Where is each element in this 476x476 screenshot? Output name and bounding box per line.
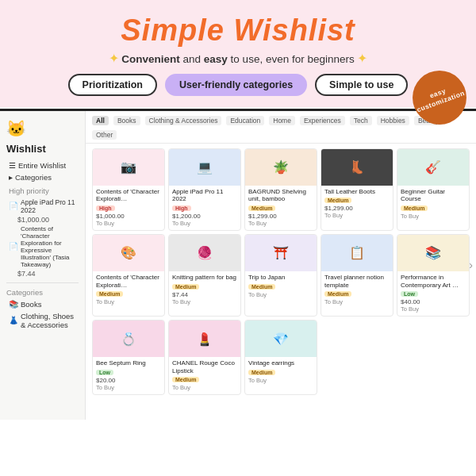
card-name: Knitting pattern for bag: [172, 274, 237, 282]
books-icon: 📚: [9, 300, 18, 309]
card-status: To Buy: [401, 305, 466, 313]
card-item[interactable]: ⛩️ Trip to Japan Medium To Buy: [244, 234, 317, 317]
card-image: 🎨: [93, 235, 164, 271]
card-badge: High: [172, 205, 191, 211]
sidebar-item-categories[interactable]: ▸ Categories: [6, 171, 79, 183]
card-badge: Low: [401, 291, 418, 297]
card-price: $40.00: [401, 298, 466, 305]
card-item[interactable]: 💍 Bee Septum Ring Low $20.00 To Buy: [92, 320, 165, 395]
card-image: 👢: [321, 149, 393, 186]
filter-other[interactable]: Other: [92, 130, 117, 140]
card-item[interactable]: 📋 Travel planner notion template Medium …: [321, 234, 393, 317]
filter-clothing[interactable]: Clothing & Accessories: [145, 116, 222, 125]
sidebar-cat-books[interactable]: 📚 Books: [6, 298, 79, 310]
sidebar-priority-label: High priority: [9, 186, 79, 195]
card-image: ⛩️: [245, 235, 317, 271]
card-body: Contents of 'Character Explorati… High $…: [93, 186, 164, 230]
filter-tech[interactable]: Tech: [350, 116, 372, 125]
card-item[interactable]: 📚 Performance in Contemporary Art … Low …: [397, 234, 470, 317]
card-item[interactable]: 💻 Apple iPad Pro 11 2022 High $1,200.00 …: [168, 148, 241, 231]
card-body: Tall Leather Boots Medium $1,299.00 To B…: [321, 186, 393, 223]
sidebar-ipad-price: $1,000.00: [17, 216, 79, 224]
sidebar: 🐱 Wishlist ☰ Entire Wishlist ▸ Categorie…: [0, 111, 86, 420]
subtitle-easy: easy: [204, 53, 228, 65]
card-body: Travel planner notion template Medium To…: [321, 271, 393, 309]
filter-hobbies[interactable]: Hobbies: [377, 116, 409, 125]
clothing-icon: 👗: [9, 316, 18, 324]
card-badge: Medium: [172, 284, 199, 290]
card-image: 💄: [169, 321, 240, 357]
pill-prioritization: Prioritization: [68, 74, 157, 96]
sidebar-item-ipad[interactable]: 📄 Apple iPad Pro 11 2022: [6, 197, 79, 216]
main-content: All Books Clothing & Accessories Educati…: [86, 111, 476, 420]
card-item[interactable]: 💎 Vintage earrings Medium To Buy: [244, 320, 317, 395]
subtitle-convenient: Convenient: [121, 53, 180, 65]
card-item[interactable]: 🎸 Beginner Guitar Course Medium To Buy: [397, 148, 470, 231]
filter-education[interactable]: Education: [226, 116, 264, 125]
stamp-text: easycustomization: [413, 81, 466, 115]
card-image: 📷: [93, 149, 164, 186]
filter-all[interactable]: All: [92, 116, 109, 125]
filter-home[interactable]: Home: [269, 116, 295, 125]
pill-categories: User-friendly categories: [165, 74, 307, 96]
filter-bar: All Books Clothing & Accessories Educati…: [86, 111, 476, 144]
sidebar-cat-clothing[interactable]: 👗 Clothing, Shoes & Accessories: [6, 310, 79, 331]
card-name: Performance in Contemporary Art …: [401, 274, 466, 289]
sidebar-illustration-price: $7.44: [17, 270, 79, 278]
sidebar-divider: [6, 282, 79, 283]
filter-books[interactable]: Books: [113, 116, 140, 125]
card-badge: Medium: [324, 198, 351, 203]
card-image: 🧶: [169, 235, 240, 271]
banner-subtitle: ✦ Convenient and easy to use, even for b…: [16, 51, 460, 66]
card-status: To Buy: [248, 220, 313, 227]
card-image: 📋: [321, 235, 393, 271]
card-image: 📚: [397, 235, 469, 271]
card-status: To Buy: [172, 384, 237, 391]
sidebar-item-entire[interactable]: ☰ Entire Wishlist: [6, 159, 79, 171]
pill-simple: Simple to use: [315, 74, 408, 96]
sidebar-item-illustration[interactable]: 📄 Contents of 'Character Exploration for…: [6, 224, 79, 270]
card-item[interactable]: 🎨 Contents of 'Character Explorati… Medi…: [92, 234, 165, 317]
card-badge: Medium: [248, 205, 275, 211]
sidebar-logo: 🐱: [6, 119, 79, 138]
filter-experiences[interactable]: Experiences: [300, 116, 345, 125]
card-price: $1,000.00: [96, 213, 161, 220]
card-name: BAGRUND Shelving unit, bamboo: [248, 188, 313, 203]
card-badge: Medium: [96, 291, 123, 297]
card-badge: Medium: [248, 370, 275, 375]
card-name: Vintage earrings: [248, 359, 313, 367]
banner-title: Simple Wishlist: [16, 14, 460, 48]
list-icon: ☰: [9, 161, 16, 170]
card-status: To Buy: [172, 298, 237, 305]
card-item[interactable]: 📷 Contents of 'Character Explorati… High…: [92, 148, 165, 231]
folder-icon: ▸: [9, 173, 13, 182]
card-price: $1,299.00: [324, 205, 390, 212]
card-body: CHANEL Rouge Coco Lipstick Medium To Buy: [169, 357, 240, 394]
card-price: $20.00: [96, 377, 161, 384]
card-badge: Medium: [248, 284, 275, 290]
page-icon: 📄: [9, 202, 18, 210]
card-name: Beginner Guitar Course: [401, 188, 466, 203]
card-body: Beginner Guitar Course Medium To Buy: [397, 186, 469, 223]
card-item[interactable]: 🪴 BAGRUND Shelving unit, bamboo Medium $…: [244, 148, 317, 231]
card-status: To Buy: [96, 220, 161, 227]
card-image: 💎: [245, 321, 317, 357]
pills-container: Prioritization User-friendly categories …: [16, 74, 460, 96]
card-status: To Buy: [172, 220, 237, 227]
card-item[interactable]: 💄 CHANEL Rouge Coco Lipstick Medium To B…: [168, 320, 241, 395]
card-badge: Medium: [172, 377, 199, 382]
gallery-grid: 📷 Contents of 'Character Explorati… High…: [86, 144, 476, 401]
card-name: Bee Septum Ring: [96, 359, 161, 367]
card-item[interactable]: 👢 Tall Leather Boots Medium $1,299.00 To…: [321, 148, 393, 231]
card-price: $1,299.00: [248, 213, 313, 220]
card-status: To Buy: [248, 377, 313, 384]
card-item[interactable]: 🧶 Knitting pattern for bag Medium $7.44 …: [168, 234, 241, 317]
stamp-badge: easycustomization: [413, 71, 466, 125]
card-status: To Buy: [96, 298, 161, 305]
card-status: To Buy: [401, 213, 466, 220]
card-name: CHANEL Rouge Coco Lipstick: [172, 359, 237, 374]
star-icon-left: ✦: [109, 52, 119, 65]
scroll-right-button[interactable]: ›: [469, 259, 473, 271]
card-body: BAGRUND Shelving unit, bamboo Medium $1,…: [245, 186, 317, 230]
card-price: $7.44: [172, 291, 237, 298]
